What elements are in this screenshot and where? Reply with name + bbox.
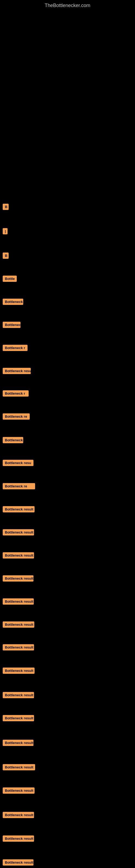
- bottleneck-result-label: |: [3, 228, 8, 235]
- bottleneck-result-label: Bottlenec: [3, 322, 20, 328]
- bottleneck-result-label: Bottleneck result: [3, 715, 34, 721]
- bottleneck-result-label: Bottleneck resu: [3, 460, 34, 466]
- bottleneck-result-label: Bottleneck result: [3, 740, 34, 746]
- bottleneck-result-label: Bottleneck r: [3, 345, 28, 351]
- bottleneck-result-label: Bottleneck result: [3, 668, 35, 674]
- bottleneck-result-label: Bottleneck resu: [3, 368, 31, 374]
- bottleneck-result-label: Bottleneck result: [3, 644, 34, 650]
- bottleneck-result-label: Bottleneck result: [3, 621, 34, 628]
- bottleneck-result-label: Bottleneck result: [3, 787, 35, 794]
- bottleneck-result-label: Bottleneck r: [3, 390, 29, 397]
- bottleneck-result-label: Bottleneck result: [3, 506, 35, 513]
- site-title: TheBottlenecker.com: [0, 0, 135, 11]
- bottleneck-result-label: Bottleneck re: [3, 483, 35, 489]
- bottleneck-result-label: Bottleneck result: [3, 764, 35, 770]
- site-title-bar: TheBottlenecker.com: [0, 0, 135, 11]
- bottleneck-result-label: Bottleneck result: [3, 575, 34, 582]
- bottleneck-result-label: Bottleneck: [3, 299, 23, 305]
- bottleneck-result-label: Bottleneck result: [3, 835, 34, 842]
- main-chart-area: [0, 11, 135, 201]
- bottleneck-result-label: Bottleneck result: [3, 552, 34, 558]
- bottleneck-result-label: Bottleneck result: [3, 812, 34, 818]
- bottleneck-result-label: Bottle: [3, 276, 17, 282]
- bottleneck-result-label: Bottleneck result: [3, 529, 34, 535]
- bottleneck-result-label: Bottleneck result: [3, 598, 34, 604]
- bottleneck-result-label: Bottleneck: [3, 437, 23, 443]
- results-container: B|BBottleBottleneckBottlenecBottleneck r…: [0, 201, 135, 868]
- bottleneck-result-label: B: [3, 204, 9, 210]
- bottleneck-result-label: Bottleneck result: [3, 692, 34, 698]
- bottleneck-result-label: Bottleneck result: [3, 859, 34, 866]
- bottleneck-result-label: B: [3, 252, 9, 259]
- bottleneck-result-label: Bottleneck re: [3, 413, 30, 420]
